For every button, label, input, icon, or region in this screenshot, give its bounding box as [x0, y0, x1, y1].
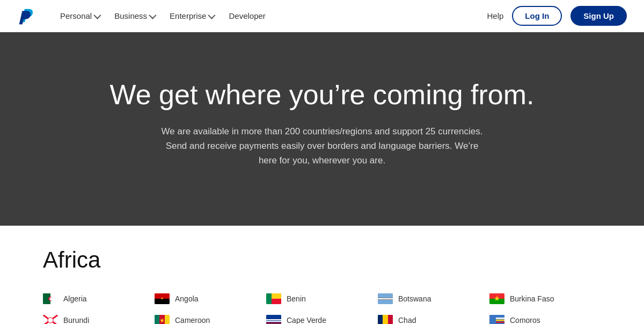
header-actions: Help Log In Sign Up	[487, 6, 627, 26]
country-name: Comoros	[510, 316, 540, 324]
flag-icon	[43, 293, 58, 304]
svg-rect-22	[165, 315, 170, 324]
hero-subtitle: We are available in more than 200 countr…	[156, 124, 488, 168]
svg-rect-26	[266, 322, 281, 323]
help-link[interactable]: Help	[487, 11, 503, 20]
svg-point-3	[49, 297, 53, 300]
region-title: Africa	[43, 247, 601, 273]
svg-rect-9	[272, 299, 281, 304]
signup-button[interactable]: Sign Up	[570, 6, 627, 26]
chevron-down-icon	[94, 11, 101, 19]
flag-icon	[378, 315, 393, 324]
country-item[interactable]: Cape Verde	[266, 309, 378, 324]
hero-section: We get where you’re coming from. We are …	[0, 32, 644, 226]
svg-rect-7	[266, 293, 272, 304]
hero-title: We get where you’re coming from.	[110, 79, 535, 111]
country-item[interactable]: Benin	[266, 288, 378, 309]
svg-rect-35	[489, 315, 496, 324]
flag-icon	[43, 315, 58, 324]
country-name: Burkina Faso	[510, 294, 554, 303]
country-item[interactable]: Algeria	[43, 288, 155, 309]
country-name: Burundi	[63, 316, 89, 324]
svg-rect-28	[378, 315, 383, 324]
nav-item-enterprise[interactable]: Enterprise	[163, 7, 220, 25]
country-item[interactable]: Botswana	[378, 288, 489, 309]
countries-grid: Algeria✦AngolaBeninBotswanaBurkina FasoB…	[43, 288, 601, 324]
paypal-logo[interactable]	[17, 6, 36, 26]
svg-point-19	[48, 318, 53, 323]
chevron-down-icon	[149, 11, 156, 19]
main-nav: Personal Business Enterprise Developer	[54, 7, 487, 25]
flag-icon	[266, 293, 281, 304]
country-item[interactable]: Burundi	[43, 309, 155, 324]
flag-icon	[489, 315, 504, 324]
nav-item-business[interactable]: Business	[108, 7, 161, 25]
country-item[interactable]: Comoros	[489, 309, 601, 324]
country-name: Benin	[287, 294, 306, 303]
country-name: Algeria	[63, 294, 87, 303]
flag-icon	[155, 315, 170, 324]
svg-rect-25	[266, 321, 281, 322]
country-name: Cape Verde	[287, 316, 326, 324]
nav-item-developer[interactable]: Developer	[222, 7, 272, 25]
header: Personal Business Enterprise Developer H…	[0, 0, 644, 32]
flag-icon: ✦	[155, 293, 170, 304]
country-item[interactable]: Cameroon	[155, 309, 266, 324]
svg-text:✦: ✦	[160, 297, 164, 300]
flag-icon	[489, 293, 504, 304]
country-item[interactable]: Chad	[378, 309, 489, 324]
country-name: Chad	[398, 316, 416, 324]
svg-rect-27	[266, 319, 281, 320]
country-name: Botswana	[398, 294, 431, 303]
country-item[interactable]: Burkina Faso	[489, 288, 601, 309]
countries-section: Africa Algeria✦AngolaBeninBotswanaBurkin…	[0, 226, 644, 324]
svg-rect-30	[388, 315, 393, 324]
nav-item-personal[interactable]: Personal	[54, 7, 106, 25]
login-button[interactable]: Log In	[512, 6, 562, 26]
svg-rect-20	[155, 315, 159, 324]
chevron-down-icon	[208, 11, 216, 19]
country-item[interactable]: ✦Angola	[155, 288, 266, 309]
flag-icon	[266, 315, 281, 324]
svg-rect-8	[272, 293, 281, 299]
svg-rect-12	[378, 298, 393, 300]
country-name: Angola	[175, 294, 199, 303]
svg-rect-29	[383, 315, 388, 324]
flag-icon	[378, 293, 393, 304]
country-name: Cameroon	[175, 316, 210, 324]
